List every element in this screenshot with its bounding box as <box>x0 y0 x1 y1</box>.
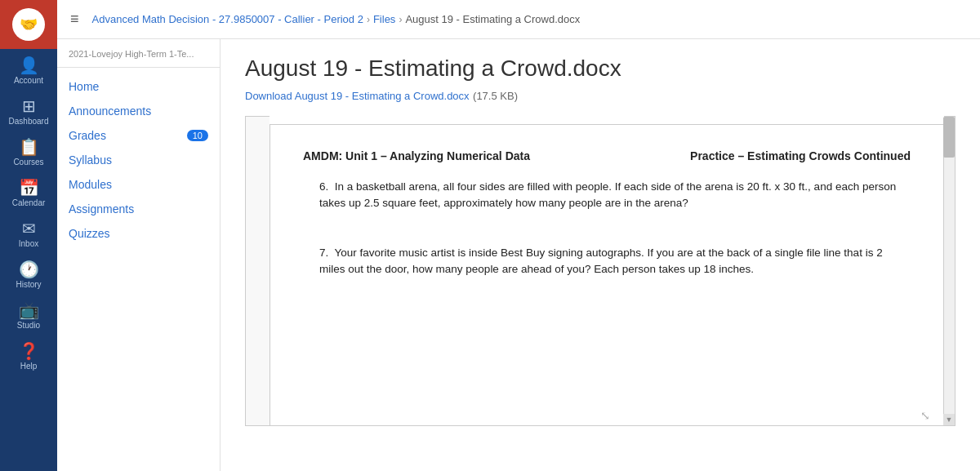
help-label: Help <box>20 362 38 371</box>
file-size: (17.5 KB) <box>473 90 518 102</box>
resize-icon: ⤡ <box>920 409 930 422</box>
account-label: Account <box>14 76 43 85</box>
course-sidebar: 2021-Lovejoy High-Term 1-Te... Home Anno… <box>57 39 220 471</box>
inbox-label: Inbox <box>19 239 38 248</box>
history-icon: 🕐 <box>19 261 39 278</box>
studio-icon: 📺 <box>19 302 39 318</box>
grades-link: Grades <box>69 129 106 142</box>
document-title: August 19 - Estimating a Crowd.docx <box>245 56 956 82</box>
course-nav-assignments[interactable]: Assignments <box>57 197 220 221</box>
sidebar-item-courses[interactable]: 📋 Courses <box>0 131 57 171</box>
scrollbar-thumb[interactable] <box>943 117 955 158</box>
sidebar-item-dashboard[interactable]: ⊞ Dashboard <box>0 90 57 131</box>
history-label: History <box>16 280 41 289</box>
question-6: 6. In a basketball arena, all four sides… <box>303 179 911 212</box>
question-7-body: Your favorite music artist is inside Bes… <box>319 247 883 275</box>
course-nav-modules[interactable]: Modules <box>57 172 220 197</box>
doc-header-row: AMDM: Unit 1 – Analyzing Numerical Data … <box>303 149 911 162</box>
modules-link: Modules <box>69 178 112 191</box>
breadcrumb-part-3: August 19 - Estimating a Crowd.docx <box>405 13 580 25</box>
scrollbar-bottom[interactable]: ▼ <box>943 414 955 425</box>
course-nav-syllabus[interactable]: Syllabus <box>57 148 220 172</box>
breadcrumb-part-1[interactable]: Advanced Math Decision - 27.9850007 - Ca… <box>92 13 363 25</box>
inbox-icon: ✉ <box>22 220 36 237</box>
calendar-label: Calendar <box>12 198 46 207</box>
left-navigation: 🤝 👤 Account ⊞ Dashboard 📋 Courses 📅 Cale… <box>0 0 57 471</box>
calendar-icon: 📅 <box>19 180 39 196</box>
question-6-number: 6. <box>319 180 328 193</box>
courses-label: Courses <box>13 158 43 167</box>
question-7-number: 7. <box>319 247 328 259</box>
breadcrumb-sep-2: › <box>399 14 402 25</box>
course-nav-grades[interactable]: Grades 10 <box>57 123 220 148</box>
nav-logo[interactable]: 🤝 <box>0 0 57 49</box>
sidebar-item-help[interactable]: ❓ Help <box>0 335 57 375</box>
dashboard-icon: ⊞ <box>22 98 36 114</box>
doc-header-right: Practice – Estimating Crowds Continued <box>690 149 911 162</box>
sidebar-item-inbox[interactable]: ✉ Inbox <box>0 212 57 253</box>
sidebar-item-calendar[interactable]: 📅 Calendar <box>0 171 57 212</box>
logo-icon: 🤝 <box>12 8 45 41</box>
studio-label: Studio <box>17 321 40 330</box>
hamburger-icon[interactable]: ≡ <box>70 11 79 28</box>
help-icon: ❓ <box>19 343 39 359</box>
quizzes-link: Quizzes <box>69 227 110 240</box>
breadcrumb-part-2[interactable]: Files <box>373 13 395 25</box>
header-bar: ≡ Advanced Math Decision - 27.9850007 - … <box>57 0 980 39</box>
question-7: 7. Your favorite music artist is inside … <box>303 245 911 278</box>
assignments-link: Assignments <box>69 202 134 216</box>
breadcrumb-sep-1: › <box>367 14 370 25</box>
course-nav-announcements[interactable]: Announcements <box>57 99 220 123</box>
account-icon: 👤 <box>19 57 39 73</box>
breadcrumb: Advanced Math Decision - 27.9850007 - Ca… <box>92 13 581 25</box>
course-nav-quizzes[interactable]: Quizzes <box>57 221 220 246</box>
courses-icon: 📋 <box>19 139 39 155</box>
main-area: ≡ Advanced Math Decision - 27.9850007 - … <box>57 0 980 471</box>
dashboard-label: Dashboard <box>9 117 49 126</box>
home-link: Home <box>69 80 99 93</box>
document-preview: AMDM: Unit 1 – Analyzing Numerical Data … <box>270 124 944 426</box>
scrollbar-track[interactable]: ▼ <box>944 116 956 426</box>
doc-left-margin <box>245 116 270 426</box>
sidebar-item-account[interactable]: 👤 Account <box>0 49 57 90</box>
course-title: 2021-Lovejoy High-Term 1-Te... <box>57 49 220 68</box>
question-6-body: In a basketball arena, all four sides ar… <box>319 180 896 209</box>
download-link[interactable]: Download August 19 - Estimating a Crowd.… <box>245 90 470 102</box>
doc-header-left: AMDM: Unit 1 – Analyzing Numerical Data <box>303 149 530 162</box>
question-6-text: 6. In a basketball arena, all four sides… <box>319 179 911 212</box>
course-nav-home[interactable]: Home <box>57 74 220 99</box>
document-area: August 19 - Estimating a Crowd.docx Down… <box>220 39 980 471</box>
syllabus-link: Syllabus <box>69 153 112 167</box>
sidebar-item-history[interactable]: 🕐 History <box>0 253 57 294</box>
question-7-text: 7. Your favorite music artist is inside … <box>319 245 911 278</box>
sidebar-item-studio[interactable]: 📺 Studio <box>0 294 57 335</box>
grades-badge: 10 <box>187 130 208 141</box>
content-layout: 2021-Lovejoy High-Term 1-Te... Home Anno… <box>57 39 980 471</box>
announcements-link: Announcements <box>69 104 151 118</box>
